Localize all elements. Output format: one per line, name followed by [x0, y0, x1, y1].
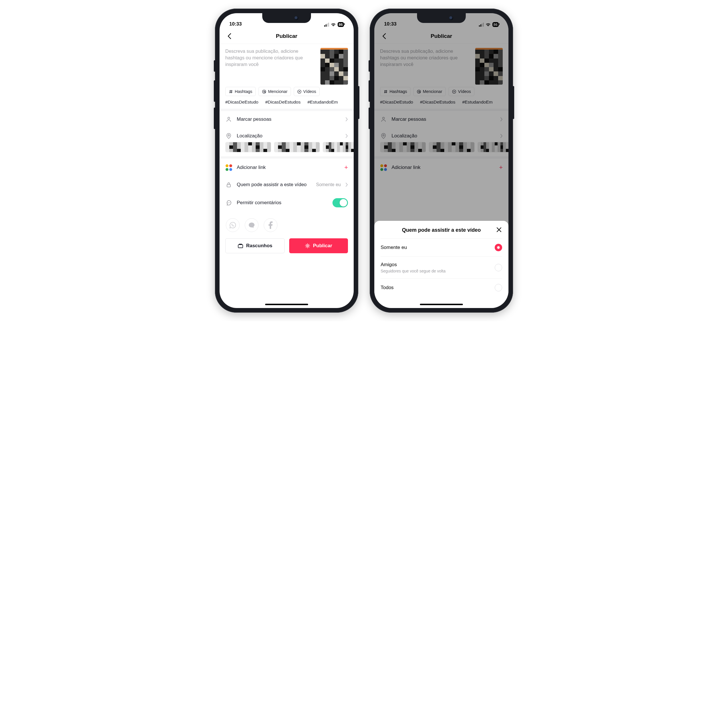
lock-icon: [225, 182, 232, 188]
cell-signal-icon: [324, 23, 329, 27]
share-whatsapp[interactable]: [226, 218, 240, 232]
share-facebook[interactable]: [264, 218, 277, 232]
plus-icon: +: [344, 164, 348, 171]
location-chip[interactable]: [225, 142, 271, 152]
radio-unselected-icon: [495, 284, 502, 291]
notch: [262, 13, 311, 23]
link-apps-icon: [225, 164, 232, 171]
location-chip[interactable]: [274, 142, 320, 152]
page-title: Publicar: [276, 33, 297, 39]
back-button[interactable]: [225, 32, 233, 40]
add-link-row[interactable]: Adicionar link +: [219, 159, 354, 176]
chevron-right-icon: [346, 134, 348, 138]
at-icon: [262, 90, 266, 94]
location-icon: [225, 133, 232, 139]
phone-frame-right: 10:33 86 Publicar Descreva sua publicaçã…: [370, 9, 513, 313]
phone-frame-left: 10:33 86 Publicar Descreva sua publicaçã…: [215, 9, 358, 313]
videos-chip[interactable]: Vídeos: [294, 87, 320, 96]
radio-unselected-icon: [495, 264, 502, 271]
header: Publicar: [219, 29, 354, 44]
close-button[interactable]: [496, 227, 502, 233]
privacy-option-only-me[interactable]: Somente eu: [381, 238, 502, 256]
publish-icon: [305, 243, 310, 249]
mention-chip[interactable]: Mencionar: [259, 87, 291, 96]
wifi-icon: [331, 23, 336, 27]
radio-selected-icon: [495, 244, 502, 251]
location-row[interactable]: Localização: [219, 128, 354, 142]
svg-point-1: [263, 91, 265, 92]
home-indicator: [265, 304, 308, 305]
clock: 10:33: [229, 21, 242, 27]
svg-point-3: [228, 117, 230, 119]
hashtag-suggestion[interactable]: #EstudandoEm: [308, 99, 338, 105]
person-icon: [225, 116, 232, 122]
privacy-option-friends[interactable]: Amigos Seguidores que você segue de volt…: [381, 256, 502, 279]
svg-point-0: [262, 90, 266, 93]
svg-point-7: [228, 203, 229, 203]
svg-point-4: [228, 134, 229, 136]
svg-rect-5: [227, 185, 230, 187]
notch: [417, 13, 466, 23]
play-circle-icon: [297, 90, 302, 94]
sheet-title: Quem pode assistir a este vídeo: [402, 227, 481, 233]
location-chip[interactable]: [323, 142, 354, 152]
svg-rect-9: [238, 245, 243, 248]
privacy-option-everyone[interactable]: Todos: [381, 279, 502, 296]
caption-input[interactable]: Descreva sua publicação, adicione hashta…: [225, 48, 317, 85]
publish-button[interactable]: Publicar: [289, 238, 348, 253]
home-indicator: [420, 304, 463, 305]
whatsapp-icon: [229, 221, 236, 229]
hashtag-suggestion[interactable]: #DicasDeEstudos: [265, 99, 300, 105]
chat-bubble-icon: [248, 221, 255, 229]
hashtag-suggestions[interactable]: #DicasDeEstudo #DicasDeEstudos #Estudand…: [219, 99, 354, 109]
privacy-sheet: Quem pode assistir a este vídeo Somente …: [374, 221, 509, 308]
battery-icon: 86: [338, 22, 344, 27]
svg-point-8: [229, 203, 230, 203]
drafts-icon: [238, 243, 243, 249]
hashtags-chip[interactable]: Hashtags: [225, 87, 256, 96]
chevron-right-icon: [346, 117, 348, 122]
location-suggestions[interactable]: [219, 142, 354, 156]
comments-toggle[interactable]: [332, 198, 348, 207]
share-message[interactable]: [245, 218, 259, 232]
tag-people-row[interactable]: Marcar pessoas: [219, 111, 354, 128]
comment-icon: [225, 200, 232, 206]
chevron-right-icon: [346, 182, 348, 187]
hash-icon: [229, 90, 233, 94]
drafts-button[interactable]: Rascunhos: [225, 238, 285, 253]
facebook-icon: [268, 221, 273, 229]
privacy-row[interactable]: Quem pode assistir a este vídeo Somente …: [219, 176, 354, 193]
video-thumbnail[interactable]: [320, 48, 348, 85]
svg-point-6: [228, 203, 228, 203]
comments-row: Permitir comentários: [219, 193, 354, 212]
close-icon: [496, 227, 502, 233]
hashtag-suggestion[interactable]: #DicasDeEstudo: [225, 99, 258, 105]
